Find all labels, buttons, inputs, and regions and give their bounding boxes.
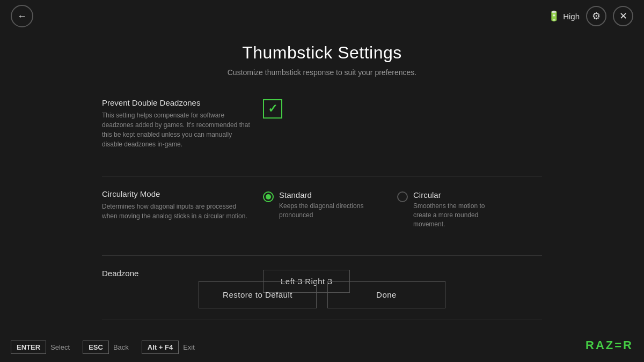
circularity-mode-name: Circularity Mode <box>102 189 263 198</box>
esc-key-badge: ESC <box>83 341 109 354</box>
close-icon: ✕ <box>619 10 627 22</box>
page-subtitle: Customize thumbstick response to suit yo… <box>228 68 417 77</box>
top-right-area: 🔋 High ⚙ ✕ <box>548 6 633 26</box>
radio-standard-circle <box>263 191 274 202</box>
razer-logo: RAZ=R <box>586 338 633 352</box>
back-icon: ← <box>17 11 27 22</box>
prevent-double-deadzones-label-area: Prevent Double Deadzones This setting he… <box>102 98 263 149</box>
radio-circular-desc: Smoothens the motion to create a more ro… <box>413 202 499 228</box>
radio-circular-title: Circular <box>413 190 499 200</box>
settings-container: Prevent Double Deadzones This setting he… <box>102 98 542 362</box>
restore-default-button[interactable]: Restore to Default <box>199 281 317 308</box>
settings-button[interactable]: ⚙ <box>586 6 606 26</box>
battery-label: High <box>563 12 580 21</box>
keyboard-shortcuts: ENTER Select ESC Back Alt + F4 Exit <box>0 333 644 362</box>
prevent-double-deadzones-name: Prevent Double Deadzones <box>102 98 263 107</box>
gear-icon: ⚙ <box>592 10 601 22</box>
esc-key-label: Back <box>113 343 129 351</box>
top-bar: ← 🔋 High ⚙ ✕ <box>0 0 644 32</box>
deadzone-label-area: Deadzone <box>102 269 263 281</box>
circularity-mode-control: Standard Keeps the diagonal directions p… <box>263 189 542 228</box>
enter-key-badge: ENTER <box>11 341 46 354</box>
radio-standard-labels: Standard Keeps the diagonal directions p… <box>279 190 365 220</box>
radio-standard-title: Standard <box>279 190 365 200</box>
divider-2 <box>102 255 542 256</box>
alt-f4-key-label: Exit <box>183 343 195 351</box>
circularity-mode-label-area: Circularity Mode Determines how diagonal… <box>102 189 263 221</box>
divider-3 <box>102 320 542 320</box>
radio-standard-desc: Keeps the diagonal directions pronounced <box>279 202 365 220</box>
radio-circular[interactable]: Circular Smoothens the motion to create … <box>397 190 499 228</box>
prevent-double-deadzones-row: Prevent Double Deadzones This setting he… <box>102 98 542 160</box>
radio-circular-circle <box>397 191 408 202</box>
close-button[interactable]: ✕ <box>613 6 633 26</box>
battery-icon: 🔋 <box>548 10 560 22</box>
done-button[interactable]: Done <box>327 281 445 308</box>
radio-standard[interactable]: Standard Keeps the diagonal directions p… <box>263 190 365 220</box>
main-content: Thumbstick Settings Customize thumbstick… <box>0 32 644 319</box>
bottom-actions: Restore to Default Done <box>199 281 445 308</box>
circularity-mode-desc: Determines how diagonal inputs are proce… <box>102 202 252 221</box>
deadzone-name: Deadzone <box>102 269 263 278</box>
page-title: Thumbstick Settings <box>242 43 402 63</box>
prevent-double-deadzones-control: ✓ <box>263 98 542 119</box>
battery-area: 🔋 High <box>548 10 580 22</box>
checkmark-icon: ✓ <box>268 102 277 116</box>
back-button[interactable]: ← <box>11 5 33 27</box>
circularity-mode-row: Circularity Mode Determines how diagonal… <box>102 189 542 239</box>
prevent-double-deadzones-desc: This setting helps compensate for softwa… <box>102 110 252 149</box>
enter-key-label: Select <box>50 343 70 351</box>
divider-1 <box>102 176 542 176</box>
alt-f4-key-badge: Alt + F4 <box>142 341 179 354</box>
prevent-double-deadzones-checkbox[interactable]: ✓ <box>263 99 282 119</box>
radio-circular-labels: Circular Smoothens the motion to create … <box>413 190 499 228</box>
radio-options: Standard Keeps the diagonal directions p… <box>263 190 499 228</box>
